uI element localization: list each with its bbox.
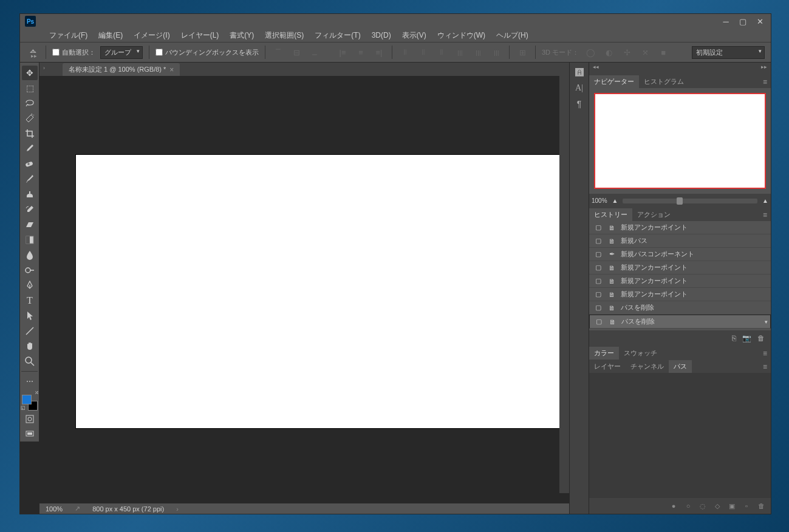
- zoom-slider[interactable]: [623, 199, 757, 203]
- history-item[interactable]: ▢✒新規パスコンポーネント: [589, 248, 771, 261]
- align-bottom-icon[interactable]: ⎽: [308, 46, 321, 59]
- share-icon[interactable]: ↗: [75, 505, 80, 513]
- toolbar-collapse-icon[interactable]: ▸▸: [20, 53, 39, 61]
- align-top-icon[interactable]: ⎺: [272, 46, 285, 59]
- menu-3d[interactable]: 3D(D): [367, 30, 396, 41]
- new-path-icon[interactable]: ▫: [742, 502, 751, 510]
- foreground-color[interactable]: [22, 395, 32, 404]
- magic-wand-tool[interactable]: [22, 111, 38, 126]
- marquee-tool[interactable]: ⬚: [22, 81, 38, 95]
- orbit-3d-icon[interactable]: ◯: [584, 46, 597, 59]
- hand-tool[interactable]: [22, 339, 38, 353]
- add-mask-icon[interactable]: ▣: [727, 502, 737, 510]
- menu-type[interactable]: 書式(Y): [225, 29, 259, 42]
- distribute-left-icon[interactable]: ⫼: [453, 46, 466, 59]
- screen-mode-tool[interactable]: [22, 427, 38, 442]
- tab-paths[interactable]: パス: [669, 360, 692, 373]
- character-panel-icon[interactable]: 🅰: [575, 67, 584, 77]
- tab-scroll-icon[interactable]: ›: [43, 65, 45, 71]
- line-tool[interactable]: [22, 324, 38, 338]
- eyedropper-tool[interactable]: [22, 142, 38, 156]
- group-select[interactable]: グループ: [100, 46, 143, 59]
- vertical-scrollbar[interactable]: [559, 76, 569, 493]
- pan-3d-icon[interactable]: ✢: [620, 46, 634, 59]
- delete-state-icon[interactable]: 🗑: [757, 334, 765, 343]
- history-item[interactable]: ▢🗎新規アンカーポイント: [589, 261, 771, 275]
- path-selection-tool[interactable]: [22, 309, 38, 323]
- maximize-button[interactable]: ▢: [734, 16, 751, 27]
- tab-color[interactable]: カラー: [589, 347, 619, 360]
- close-button[interactable]: ✕: [751, 16, 768, 27]
- roll-3d-icon[interactable]: ◐: [602, 46, 615, 59]
- align-right-icon[interactable]: ≡|: [372, 46, 386, 59]
- distribute-hcenter-icon[interactable]: ⫼: [471, 46, 485, 59]
- quick-mask-tool[interactable]: [22, 412, 38, 426]
- history-item[interactable]: ▢🗎新規パス: [589, 234, 771, 248]
- color-swatches[interactable]: ⤭ ◱: [22, 392, 38, 408]
- tab-actions[interactable]: アクション: [632, 208, 675, 221]
- tab-swatches[interactable]: スウォッチ: [619, 347, 662, 360]
- paths-panel-body[interactable]: [589, 373, 771, 498]
- canvas-area[interactable]: [39, 76, 569, 503]
- menu-filter[interactable]: フィルター(T): [310, 29, 365, 42]
- menu-layer[interactable]: レイヤー(L): [176, 29, 224, 42]
- status-info[interactable]: 800 px x 450 px (72 ppi): [92, 505, 164, 513]
- menu-select[interactable]: 選択範囲(S): [260, 29, 309, 42]
- eraser-tool[interactable]: [22, 217, 38, 232]
- selection-to-path-icon[interactable]: ◇: [712, 502, 722, 510]
- tab-histogram[interactable]: ヒストグラム: [639, 75, 689, 88]
- align-hcenter-icon[interactable]: ≡: [354, 46, 367, 59]
- snapshot-icon[interactable]: 📷: [742, 334, 751, 343]
- move-tool[interactable]: ✥: [22, 66, 38, 80]
- clone-stamp-tool[interactable]: [22, 187, 38, 202]
- menu-view[interactable]: 表示(V): [397, 29, 431, 42]
- slide-3d-icon[interactable]: ⤧: [638, 46, 652, 59]
- blur-tool[interactable]: [22, 248, 38, 262]
- edit-toolbar-icon[interactable]: ⋯: [22, 374, 38, 389]
- close-tab-icon[interactable]: ×: [169, 66, 174, 74]
- color-menu-icon[interactable]: ≡: [759, 347, 771, 360]
- tab-navigator[interactable]: ナビゲーター: [589, 75, 639, 88]
- menu-image[interactable]: イメージ(I): [129, 29, 174, 42]
- zoom-out-icon[interactable]: ▲: [612, 197, 618, 204]
- status-zoom[interactable]: 100%: [46, 505, 63, 513]
- bounding-box-checkbox[interactable]: バウンディングボックスを表示: [155, 48, 259, 57]
- stroke-path-icon[interactable]: ○: [683, 502, 693, 510]
- status-arrow-icon[interactable]: ›: [176, 505, 179, 513]
- workspace-select[interactable]: 初期設定: [692, 46, 765, 59]
- menu-edit[interactable]: 編集(E): [94, 29, 128, 42]
- history-item[interactable]: ▢🗎パスを削除: [589, 315, 771, 329]
- tab-layers[interactable]: レイヤー: [589, 360, 626, 373]
- healing-brush-tool[interactable]: [22, 157, 38, 171]
- document-tab[interactable]: 名称未設定 1 @ 100% (RGB/8) * ×: [63, 63, 180, 76]
- navigator-preview[interactable]: [594, 93, 766, 189]
- menu-file[interactable]: ファイル(F): [44, 29, 92, 42]
- align-left-icon[interactable]: |≡: [336, 46, 349, 59]
- create-document-icon[interactable]: ⎘: [732, 334, 736, 343]
- history-menu-icon[interactable]: ≡: [759, 209, 771, 221]
- zoom-tool[interactable]: [22, 354, 38, 369]
- navigator-menu-icon[interactable]: ≡: [759, 76, 771, 88]
- distribute-top-icon[interactable]: ⫴: [398, 46, 412, 59]
- fill-path-icon[interactable]: ●: [669, 502, 678, 510]
- canvas[interactable]: [76, 155, 562, 428]
- menu-window[interactable]: ウィンドウ(W): [432, 29, 490, 42]
- dodge-tool[interactable]: [22, 263, 38, 278]
- distribute-vcenter-icon[interactable]: ⫴: [417, 46, 430, 59]
- history-brush-tool[interactable]: [22, 202, 38, 217]
- swap-colors-icon[interactable]: ⤭: [35, 390, 39, 395]
- brush-tool[interactable]: [22, 172, 38, 186]
- gradient-tool[interactable]: [22, 233, 38, 247]
- nav-zoom-value[interactable]: 100%: [592, 197, 607, 204]
- auto-align-icon[interactable]: ⊞: [516, 46, 529, 59]
- distribute-bottom-icon[interactable]: ⫴: [435, 46, 448, 59]
- tab-history[interactable]: ヒストリー: [589, 208, 632, 221]
- menu-help[interactable]: ヘルプ(H): [491, 29, 533, 42]
- auto-select-checkbox[interactable]: 自動選択：: [52, 48, 95, 57]
- layers-menu-icon[interactable]: ≡: [759, 361, 771, 373]
- history-item[interactable]: ▢🗎新規アンカーポイント: [589, 221, 771, 234]
- history-item[interactable]: ▢🗎新規アンカーポイント: [589, 288, 771, 301]
- zoom-in-icon[interactable]: ▲: [762, 197, 768, 204]
- collapse-right-icon[interactable]: ▸▸: [761, 64, 767, 73]
- align-vcenter-icon[interactable]: ⊟: [290, 46, 303, 59]
